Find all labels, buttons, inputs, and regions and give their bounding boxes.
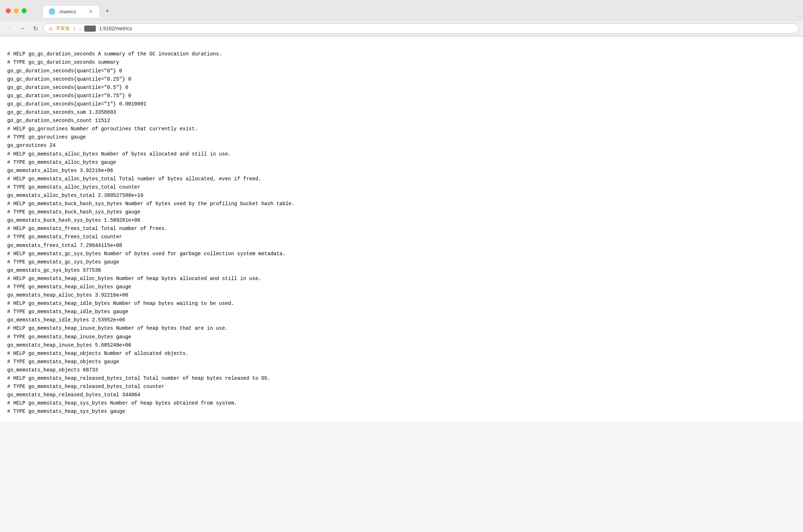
- maximize-window-button[interactable]: [22, 8, 27, 13]
- address-separator: |: [73, 26, 75, 31]
- metrics-line: go_memstats_frees_total 7.29044115e+08: [7, 242, 796, 250]
- metrics-line: # TYPE go_goroutines gauge: [7, 133, 796, 141]
- metrics-line: # HELP go_memstats_heap_inuse_bytes Numb…: [7, 324, 796, 333]
- metrics-line: # HELP go_memstats_gc_sys_bytes Number o…: [7, 250, 796, 258]
- close-window-button[interactable]: [6, 8, 11, 13]
- metrics-line: # TYPE go_memstats_alloc_bytes_total cou…: [7, 183, 796, 191]
- metrics-line: # TYPE go_memstats_heap_inuse_bytes gaug…: [7, 333, 796, 341]
- metrics-line: # HELP go_memstats_heap_released_bytes_t…: [7, 374, 796, 383]
- tab-close-button[interactable]: ✕: [88, 8, 94, 15]
- browser-chrome: 🌐 ./metrics ✕ + ← → ↻ ⚠ 不安全 | ..xxx1:918…: [0, 0, 803, 36]
- metrics-line: # TYPE go_memstats_heap_sys_bytes gauge: [7, 407, 796, 416]
- metrics-line: # HELP go_memstats_heap_alloc_bytes Numb…: [7, 275, 796, 283]
- metrics-line: # HELP go_memstats_alloc_bytes Number of…: [7, 150, 796, 158]
- metrics-line: go_goroutines 24: [7, 141, 796, 150]
- metrics-line: go_memstats_gc_sys_bytes 577536: [7, 266, 796, 275]
- metrics-line: # HELP go_memstats_heap_sys_bytes Number…: [7, 399, 796, 407]
- metrics-line: go_gc_duration_seconds{quantile="0.25"} …: [7, 75, 796, 84]
- metrics-line: go_memstats_heap_released_bytes_total 34…: [7, 391, 796, 399]
- metrics-line: # HELP go_goroutines Number of goroutine…: [7, 125, 796, 133]
- metrics-line: go_memstats_heap_inuse_bytes 5.685248e+0…: [7, 341, 796, 350]
- security-warning-text: 不安全: [56, 25, 70, 32]
- forward-button[interactable]: →: [17, 23, 27, 33]
- metrics-line: go_gc_duration_seconds{quantile="0.5"} 0: [7, 84, 796, 92]
- address-bar[interactable]: ⚠ 不安全 | ..xxx1:9182/metrics: [43, 23, 799, 33]
- address-prefix: ..: [78, 26, 81, 31]
- metrics-line: go_memstats_heap_alloc_bytes 3.92216e+06: [7, 291, 796, 299]
- tab-globe-icon: 🌐: [49, 8, 55, 15]
- metrics-line: # TYPE go_memstats_buck_hash_sys_bytes g…: [7, 208, 796, 216]
- metrics-line: # HELP go_memstats_alloc_bytes_total Tot…: [7, 175, 796, 183]
- metrics-line: go_gc_duration_seconds{quantile="0"} 0: [7, 67, 796, 75]
- security-warning-icon: ⚠: [49, 26, 53, 31]
- metrics-line: go_memstats_alloc_bytes_total 2.38052758…: [7, 191, 796, 200]
- metrics-line: # HELP go_gc_duration_seconds A summary …: [7, 50, 796, 58]
- metrics-line: # TYPE go_memstats_heap_idle_bytes gauge: [7, 308, 796, 316]
- tab-bar: 🌐 ./metrics ✕ +: [37, 5, 797, 18]
- metrics-line: go_memstats_heap_idle_bytes 2.53952e+06: [7, 316, 796, 324]
- tab-title: ./metrics: [58, 9, 76, 14]
- metrics-content: # HELP go_gc_duration_seconds A summary …: [0, 36, 803, 422]
- title-bar: 🌐 ./metrics ✕ +: [0, 0, 803, 21]
- metrics-line: go_memstats_alloc_bytes 3.92216e+06: [7, 167, 796, 175]
- metrics-line: go_memstats_heap_objects 68733: [7, 366, 796, 374]
- active-tab[interactable]: 🌐 ./metrics ✕: [42, 5, 100, 18]
- new-tab-button[interactable]: +: [102, 6, 112, 17]
- address-redacted: xxx: [84, 26, 96, 32]
- metrics-line: # HELP go_memstats_buck_hash_sys_bytes N…: [7, 200, 796, 208]
- metrics-line: # TYPE go_memstats_frees_total counter: [7, 233, 796, 241]
- metrics-line: go_gc_duration_seconds_sum 1.3358603: [7, 108, 796, 117]
- metrics-line: # HELP go_memstats_heap_objects Number o…: [7, 350, 796, 358]
- metrics-line: # TYPE go_memstats_alloc_bytes gauge: [7, 158, 796, 167]
- address-suffix: 1:9182/metrics: [99, 26, 132, 31]
- metrics-line: # TYPE go_memstats_heap_alloc_bytes gaug…: [7, 283, 796, 291]
- metrics-line: # TYPE go_memstats_heap_released_bytes_t…: [7, 383, 796, 391]
- minimize-window-button[interactable]: [14, 8, 19, 13]
- metrics-line: # HELP go_memstats_heap_idle_bytes Numbe…: [7, 299, 796, 308]
- metrics-line: go_memstats_buck_hash_sys_bytes 1.589261…: [7, 216, 796, 225]
- metrics-line: # TYPE go_memstats_gc_sys_bytes gauge: [7, 258, 796, 266]
- refresh-button[interactable]: ↻: [30, 23, 40, 33]
- window-controls: [6, 8, 27, 13]
- back-button[interactable]: ←: [4, 23, 14, 33]
- metrics-line: go_gc_duration_seconds_count 11512: [7, 117, 796, 125]
- metrics-line: # HELP go_memstats_frees_total Total num…: [7, 225, 796, 233]
- metrics-line: # TYPE go_gc_duration_seconds summary: [7, 58, 796, 67]
- metrics-line: # TYPE go_memstats_heap_objects gauge: [7, 358, 796, 366]
- metrics-line: go_gc_duration_seconds{quantile="0.75"} …: [7, 92, 796, 100]
- metrics-line: go_gc_duration_seconds{quantile="1"} 0.0…: [7, 100, 796, 108]
- nav-bar: ← → ↻ ⚠ 不安全 | ..xxx1:9182/metrics: [0, 21, 803, 36]
